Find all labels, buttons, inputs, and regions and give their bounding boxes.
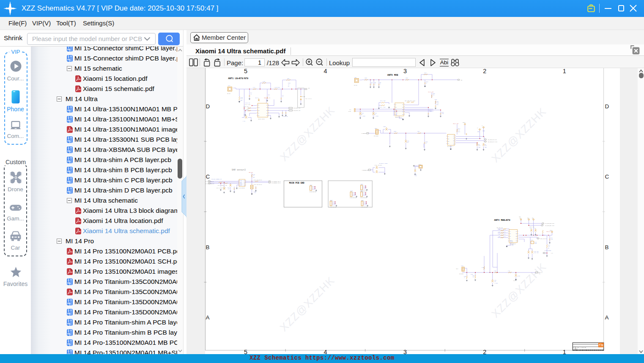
- svg-text:100n: 100n: [441, 113, 444, 114]
- svg-text:D: D: [605, 103, 609, 110]
- svg-text:R210 100K: R210 100K: [380, 100, 386, 102]
- svg-text:VDD1 CONT SDATA SCLK: VDD1 CONT SDATA SCLK: [405, 100, 416, 102]
- svg-text:1p: 1p: [282, 96, 283, 97]
- svg-text:L450: L450: [498, 229, 501, 230]
- svg-text:R403 100K NC NF*: R403 100K NC NF*: [254, 184, 262, 185]
- svg-text:ANT_N79TX_LNA: ANT_N79TX_LNA: [293, 110, 301, 111]
- svg-text:A: A: [206, 314, 210, 321]
- svg-text:COAX50: COAX50: [227, 93, 231, 94]
- svg-text:VCC_PA_MB: VCC_PA_MB: [428, 91, 433, 93]
- svg-text:2: 2: [483, 349, 486, 355]
- svg-text:1p: 1p: [250, 94, 252, 95]
- svg-text:A: A: [573, 347, 574, 349]
- svg-text:2.2n: 2.2n: [503, 234, 506, 235]
- svg-text:10K: 10K: [433, 94, 435, 96]
- svg-text:2: 2: [483, 68, 486, 74]
- svg-text:C477 100n: C477 100n: [534, 252, 539, 253]
- svg-text:1: 1: [563, 68, 566, 74]
- svg-text:OPO1_HB 2:B: OPO1_HB 2:B: [540, 238, 547, 239]
- svg-text:XZZ@XZZHK: XZZ@XZZHK: [277, 274, 337, 333]
- svg-text:1p: 1p: [268, 95, 269, 96]
- svg-text:L455: L455: [482, 267, 484, 268]
- svg-text:U472: U472: [531, 239, 533, 241]
- svg-text:FL450: FL450: [518, 275, 521, 277]
- svg-text:MAIN*PCB*GND: MAIN*PCB*GND: [360, 197, 367, 198]
- svg-text:V1: V1: [477, 127, 478, 129]
- svg-text:NM: NM: [548, 248, 549, 249]
- svg-text:J500: J500: [361, 200, 364, 201]
- svg-text:10n: 10n: [472, 276, 474, 278]
- svg-text:SAW: SAW: [407, 142, 409, 143]
- svg-text:VCC1: VCC1: [519, 217, 522, 219]
- svg-text:3: 3: [403, 68, 407, 74]
- svg-text:J504: J504: [310, 184, 312, 186]
- svg-text:0201: 0201: [253, 177, 255, 178]
- svg-text:0201: 0201: [436, 104, 439, 105]
- svg-text:VDD_RF_PA: VDD_RF_PA: [546, 231, 552, 232]
- svg-text:J502: J502: [350, 190, 353, 192]
- svg-text:100n: 100n: [414, 175, 417, 176]
- svg-text:2.2n: 2.2n: [503, 231, 506, 233]
- svg-text:MAIN*PCB*GND: MAIN*PCB*GND: [361, 206, 367, 208]
- svg-text:2.2n: 2.2n: [243, 121, 245, 122]
- svg-text:5: 5: [244, 68, 247, 74]
- svg-text:0ohm: 0ohm: [534, 243, 537, 244]
- svg-text:ANT4*: ANT4*: [456, 268, 458, 270]
- svg-text:SKY77365-11: SKY77365-11: [447, 146, 454, 147]
- svg-text:A: A: [605, 314, 609, 321]
- svg-text:C455: C455: [471, 274, 473, 275]
- svg-text:S-M: S-M: [349, 109, 351, 110]
- svg-text:0201: 0201: [458, 131, 460, 132]
- svg-text:XZZ@XZZHK: XZZ@XZZHK: [489, 261, 548, 320]
- svg-text:1p: 1p: [374, 83, 375, 85]
- svg-text:C215 10p: C215 10p: [283, 116, 288, 117]
- svg-text:+GND: +GND: [478, 147, 481, 148]
- svg-text:J505: J505: [361, 190, 363, 192]
- svg-text:VBATT: VBATT: [463, 122, 466, 123]
- svg-text:4: 4: [323, 68, 327, 74]
- svg-text:1K: 1K: [464, 277, 465, 278]
- svg-text:1p: 1p: [425, 143, 427, 144]
- svg-text:ANT_N78TX_LNA: ANT_N78TX_LNA: [293, 107, 301, 109]
- svg-text:R470* 10K*: R470* 10K*: [529, 226, 534, 228]
- svg-text:ANT: ANT: [460, 80, 463, 81]
- svg-text:VDD_PA_MB: VDD_PA_MB: [453, 123, 458, 124]
- svg-text:J503: J503: [330, 200, 333, 201]
- svg-text:2:C1: 2:C1: [551, 253, 554, 254]
- svg-text:QM13111TR13: QM13111TR13: [258, 118, 265, 120]
- svg-text:+1.8Vdc: +1.8Vdc: [494, 283, 498, 284]
- svg-text:V2: V2: [482, 125, 483, 126]
- svg-text:L453: L453: [498, 236, 501, 237]
- svg-text:D: D: [206, 103, 210, 110]
- svg-text:FL4*: FL4*: [530, 228, 532, 229]
- svg-text:R107 10K: R107 10K: [245, 102, 250, 104]
- svg-text:VCC*: VCC*: [519, 216, 521, 217]
- svg-text:S2H* MIPI*: S2H* MIPI*: [244, 109, 249, 110]
- svg-text:0201: 0201: [240, 100, 243, 101]
- svg-text:P2900W: P2900W: [513, 280, 517, 281]
- svg-text:J301: J301: [375, 128, 377, 129]
- svg-text:ANT1 LB+N78/N79: ANT1 LB+N78/N79: [228, 77, 249, 80]
- svg-text:MAIN*PCB*GND: MAIN*PCB*GND: [350, 197, 356, 198]
- svg-text:FL301: FL301: [383, 126, 386, 127]
- svg-text:100n: 100n: [429, 111, 432, 112]
- svg-text:ANT5 MXB: ANT5 MXB: [387, 74, 398, 77]
- svg-text:SAR_SENSOR2_TXD B: SAR_SENSOR2_TXD B: [271, 182, 281, 184]
- svg-text:L106: L106: [244, 114, 246, 116]
- svg-text:NM: NM: [288, 85, 289, 87]
- svg-text:NC SAR_SENSOR_CLK: NC SAR_SENSOR_CLK: [206, 183, 214, 184]
- svg-text:C: C: [605, 173, 609, 180]
- svg-text:R211 100K: R211 100K: [380, 107, 386, 108]
- svg-text:+1.8Vdc: +1.8Vdc: [375, 116, 379, 117]
- svg-text:RFOUT: RFOUT: [510, 241, 513, 242]
- svg-text:COAX50UT: COAX50UT: [374, 135, 378, 137]
- svg-text:100n: 100n: [254, 192, 256, 193]
- svg-text:VBAT: VBAT: [527, 217, 530, 219]
- svg-text:L451: L451: [498, 231, 501, 233]
- svg-text:BL_RFFE_SDA 2:B1: BL_RFFE_SDA 2:B1: [545, 225, 555, 226]
- svg-text:R332: R332: [482, 130, 485, 132]
- svg-text:5: 5: [244, 349, 247, 355]
- svg-text:100n: 100n: [227, 188, 230, 190]
- svg-text:B: B: [605, 244, 609, 250]
- svg-text:ESD protect: ESD protect: [305, 98, 312, 99]
